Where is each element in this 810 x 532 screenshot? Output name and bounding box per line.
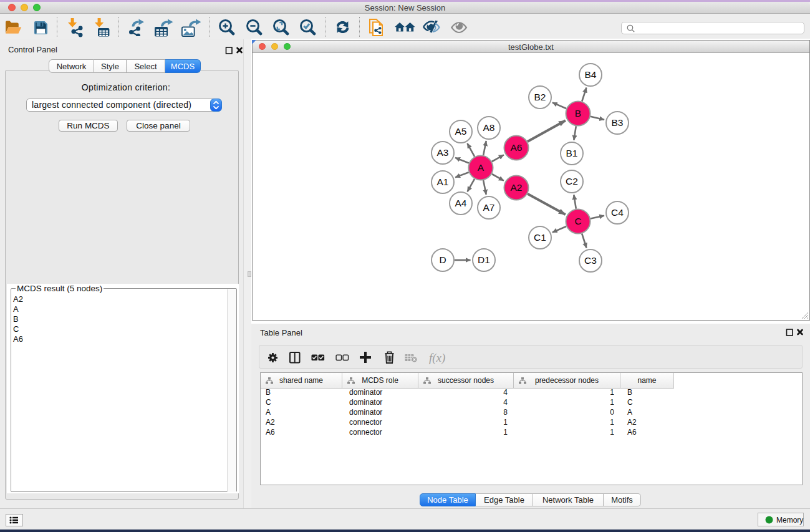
svg-text:A5: A5 <box>455 126 467 137</box>
svg-text:A8: A8 <box>483 122 495 133</box>
svg-text:A1: A1 <box>437 177 449 187</box>
svg-text:A7: A7 <box>483 202 495 213</box>
svg-text:C4: C4 <box>611 207 624 218</box>
svg-text:A3: A3 <box>437 147 449 158</box>
svg-text:B: B <box>575 108 581 118</box>
svg-text:D1: D1 <box>478 254 490 265</box>
svg-text:C2: C2 <box>566 176 578 186</box>
svg-text:C3: C3 <box>584 255 597 266</box>
svg-text:A2: A2 <box>511 182 523 193</box>
svg-text:B1: B1 <box>566 148 578 158</box>
svg-text:A6: A6 <box>511 142 523 153</box>
svg-text:A4: A4 <box>455 198 467 208</box>
svg-text:C: C <box>574 216 581 226</box>
svg-text:f(x): f(x) <box>429 352 445 365</box>
svg-text:B2: B2 <box>534 92 546 102</box>
svg-text:B3: B3 <box>612 117 624 128</box>
svg-text:B4: B4 <box>585 69 597 80</box>
svg-text:A: A <box>478 162 485 173</box>
svg-text:C1: C1 <box>534 232 546 243</box>
svg-text:D: D <box>439 254 446 265</box>
